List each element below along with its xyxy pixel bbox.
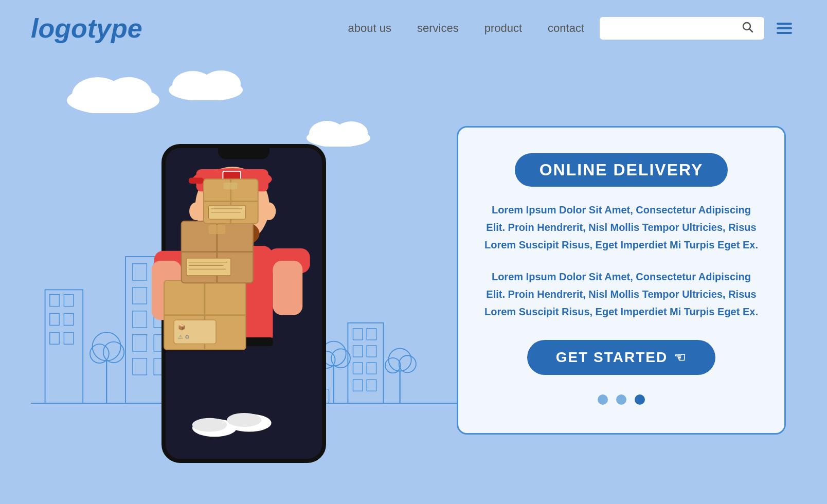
svg-text:📦: 📦 — [178, 323, 186, 331]
svg-line-1 — [750, 29, 753, 32]
svg-rect-16 — [64, 313, 73, 325]
svg-point-101 — [262, 202, 276, 220]
svg-rect-63 — [367, 346, 376, 357]
get-started-button[interactable]: GET STARTED ☜ — [527, 340, 715, 375]
search-input[interactable] — [608, 23, 742, 34]
svg-rect-89 — [189, 177, 204, 184]
dot-2[interactable] — [616, 394, 626, 405]
dot-3-active[interactable] — [635, 394, 645, 405]
content-card: ONLINE DELIVERY Lorem Ipsum Dolor Sit Am… — [457, 126, 786, 435]
nav-link-services[interactable]: services — [417, 22, 459, 35]
svg-rect-85 — [273, 261, 303, 315]
dot-1[interactable] — [598, 394, 608, 405]
svg-rect-17 — [50, 332, 59, 344]
svg-rect-15 — [50, 313, 59, 325]
main-content: 📦 ⚠ ♻ ONL — [0, 57, 827, 504]
dots-row — [598, 394, 645, 405]
nav-link-contact[interactable]: contact — [548, 22, 584, 35]
svg-rect-114 — [209, 225, 226, 234]
svg-point-100 — [189, 202, 203, 220]
svg-point-78 — [192, 418, 227, 432]
svg-rect-14 — [64, 295, 73, 307]
nav-link-product[interactable]: product — [484, 22, 522, 35]
search-bar — [600, 17, 764, 40]
svg-rect-18 — [64, 332, 73, 344]
description-paragraph-1: Lorem Ipsum Dolor Sit Amet, Consectetur … — [484, 201, 759, 254]
nav-link-about[interactable]: about us — [348, 22, 391, 35]
navbar: logotype about us services product conta… — [0, 0, 827, 57]
nav-links: about us services product contact — [348, 22, 584, 35]
search-icon[interactable] — [742, 21, 754, 35]
delivery-person-illustration: 📦 ⚠ ♻ — [100, 93, 357, 478]
svg-point-71 — [399, 355, 416, 372]
svg-rect-76 — [236, 340, 263, 424]
svg-rect-13 — [50, 295, 59, 307]
hamburger-icon[interactable] — [772, 19, 796, 38]
svg-rect-75 — [201, 340, 228, 429]
svg-point-70 — [385, 358, 400, 373]
illustration-area: 📦 ⚠ ♻ — [31, 57, 457, 504]
svg-rect-61 — [367, 329, 376, 340]
title-badge: ONLINE DELIVERY — [515, 153, 728, 187]
svg-rect-65 — [367, 363, 376, 374]
logo: logotype — [31, 13, 142, 44]
svg-rect-12 — [45, 290, 83, 403]
get-started-label: GET STARTED — [556, 349, 668, 366]
svg-rect-67 — [367, 380, 376, 391]
svg-rect-123 — [223, 183, 237, 189]
svg-text:⚠ ♻: ⚠ ♻ — [178, 334, 190, 340]
svg-rect-115 — [186, 258, 231, 276]
description-paragraph-2: Lorem Ipsum Dolor Sit Amet, Consectetur … — [484, 268, 759, 320]
svg-point-80 — [227, 413, 261, 427]
cursor-icon: ☜ — [674, 350, 687, 366]
